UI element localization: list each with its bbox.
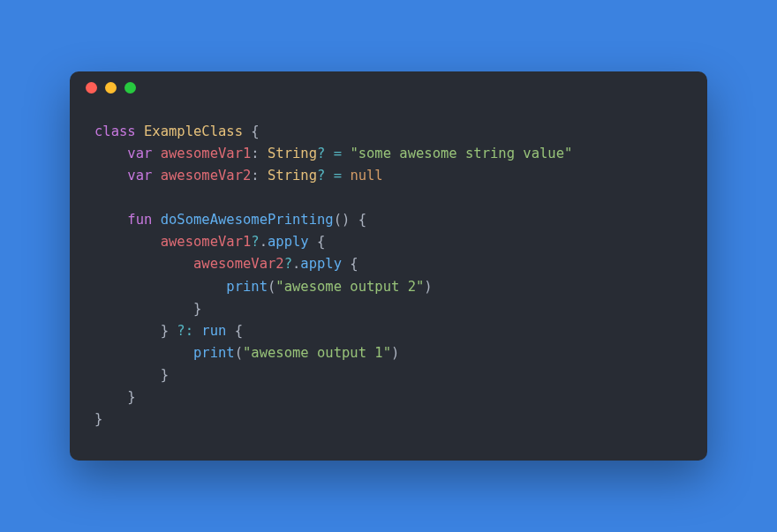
indent	[94, 301, 193, 317]
paren-open: (	[268, 279, 275, 295]
space	[152, 212, 160, 228]
brace-open: {	[317, 234, 325, 250]
space	[342, 256, 350, 272]
space	[309, 234, 317, 250]
space	[350, 212, 358, 228]
keyword-var: var	[127, 146, 152, 161]
dot: .	[260, 234, 268, 250]
equals: =	[334, 146, 342, 161]
brace-open: {	[358, 212, 366, 228]
space	[243, 124, 251, 139]
paren-open: (	[235, 345, 243, 361]
indent	[94, 256, 193, 272]
run-call: run	[201, 323, 226, 339]
space	[152, 168, 160, 184]
print-call: print	[226, 279, 268, 295]
window-titlebar	[70, 71, 707, 105]
indent	[94, 146, 127, 161]
code-window: class ExampleClass { var awesomeVar1: St…	[70, 71, 707, 461]
indent	[94, 323, 161, 339]
indent	[94, 168, 127, 184]
indent	[94, 234, 161, 250]
minimize-icon[interactable]	[105, 82, 117, 94]
dot: .	[292, 256, 300, 272]
brace-close: }	[94, 411, 102, 427]
elvis-operator: ?:	[177, 323, 193, 339]
null-literal: null	[350, 168, 382, 184]
type-string: String	[268, 168, 317, 184]
function-name: doSomeAwesomePrinting	[161, 212, 334, 228]
var-ref: awesomeVar2	[193, 256, 284, 272]
colon: :	[251, 168, 268, 184]
space	[342, 146, 350, 161]
indent	[94, 345, 193, 361]
var-name: awesomeVar2	[161, 168, 252, 184]
keyword-fun: fun	[127, 212, 152, 228]
apply-call: apply	[268, 234, 309, 250]
brace-open: {	[251, 124, 259, 139]
space	[152, 146, 160, 161]
brace-close: }	[193, 301, 201, 317]
brace-open: {	[350, 256, 358, 272]
brace-open: {	[235, 323, 243, 339]
type-string: String	[268, 146, 317, 161]
brace-close: }	[161, 323, 169, 339]
indent	[94, 279, 226, 295]
zoom-icon[interactable]	[124, 82, 136, 94]
paren-close: )	[424, 279, 432, 295]
nullable-mark: ?	[317, 168, 325, 184]
keyword-var: var	[127, 168, 152, 184]
string-literal: "some awesome string value"	[350, 146, 572, 161]
safe-call-q: ?	[251, 234, 259, 250]
keyword-class: class	[94, 124, 136, 139]
parens: ()	[334, 212, 351, 228]
space	[136, 124, 144, 139]
equals: =	[334, 168, 342, 184]
nullable-mark: ?	[317, 146, 325, 161]
var-name: awesomeVar1	[161, 146, 252, 161]
space	[226, 323, 234, 339]
space	[169, 323, 177, 339]
space	[325, 168, 333, 184]
brace-close: }	[161, 367, 169, 383]
print-call: print	[193, 345, 235, 361]
brace-close: }	[127, 389, 135, 405]
space	[342, 168, 350, 184]
space	[193, 323, 201, 339]
string-literal: "awesome output 1"	[243, 345, 391, 361]
safe-call-q: ?	[284, 256, 292, 272]
class-name: ExampleClass	[144, 124, 243, 139]
apply-call: apply	[300, 256, 342, 272]
indent	[94, 389, 127, 405]
indent	[94, 367, 161, 383]
paren-close: )	[391, 345, 399, 361]
colon: :	[251, 146, 268, 161]
indent	[94, 212, 127, 228]
var-ref: awesomeVar1	[161, 234, 252, 250]
code-block: class ExampleClass { var awesomeVar1: St…	[70, 105, 707, 461]
close-icon[interactable]	[86, 82, 97, 94]
string-literal: "awesome output 2"	[275, 279, 424, 295]
space	[325, 146, 333, 161]
